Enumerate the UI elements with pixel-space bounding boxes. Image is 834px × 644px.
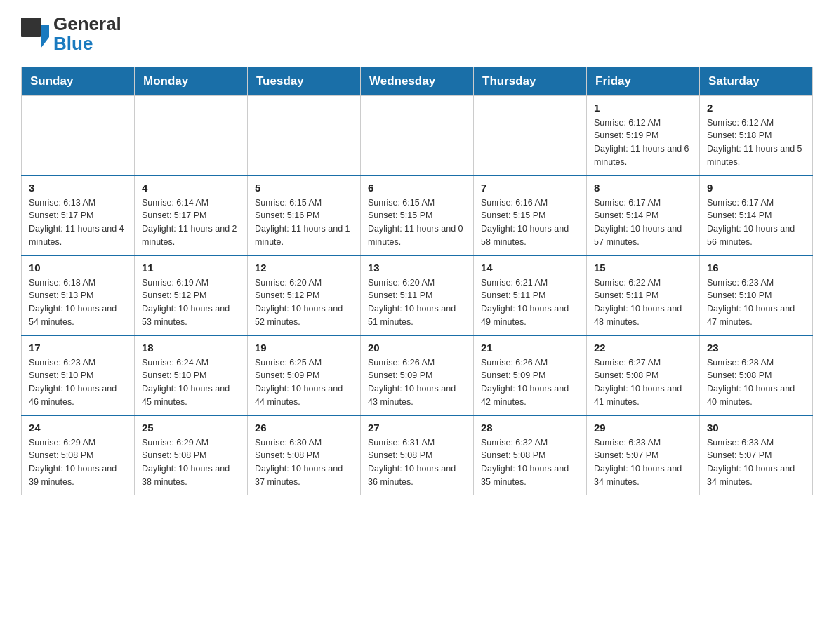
calendar-cell: 21Sunrise: 6:26 AMSunset: 5:09 PMDayligh…	[474, 335, 587, 415]
svg-rect-0	[21, 18, 41, 37]
day-number: 14	[481, 262, 579, 274]
logo-blue-text: Blue	[53, 34, 121, 53]
day-info: Sunrise: 6:28 AMSunset: 5:08 PMDaylight:…	[707, 356, 805, 409]
day-number: 22	[594, 342, 692, 354]
day-info: Sunrise: 6:17 AMSunset: 5:14 PMDaylight:…	[594, 196, 692, 249]
day-info: Sunrise: 6:17 AMSunset: 5:14 PMDaylight:…	[707, 196, 805, 249]
day-info: Sunrise: 6:12 AMSunset: 5:18 PMDaylight:…	[707, 116, 805, 169]
day-info: Sunrise: 6:23 AMSunset: 5:10 PMDaylight:…	[707, 276, 805, 329]
calendar-cell: 9Sunrise: 6:17 AMSunset: 5:14 PMDaylight…	[700, 175, 813, 255]
day-info: Sunrise: 6:32 AMSunset: 5:08 PMDaylight:…	[481, 436, 579, 489]
weekday-header-monday: Monday	[135, 67, 248, 95]
logo: General Blue	[21, 14, 121, 53]
day-number: 2	[707, 102, 805, 114]
calendar-cell: 24Sunrise: 6:29 AMSunset: 5:08 PMDayligh…	[22, 415, 135, 495]
calendar-cell	[22, 95, 135, 175]
weekday-header-friday: Friday	[587, 67, 700, 95]
day-number: 21	[481, 342, 579, 354]
day-number: 9	[707, 182, 805, 194]
day-number: 27	[368, 422, 466, 434]
day-number: 23	[707, 342, 805, 354]
day-info: Sunrise: 6:16 AMSunset: 5:15 PMDaylight:…	[481, 196, 579, 249]
day-info: Sunrise: 6:22 AMSunset: 5:11 PMDaylight:…	[594, 276, 692, 329]
calendar-week-4: 17Sunrise: 6:23 AMSunset: 5:10 PMDayligh…	[22, 335, 813, 415]
svg-marker-2	[41, 37, 49, 48]
day-number: 17	[29, 342, 127, 354]
calendar-cell: 6Sunrise: 6:15 AMSunset: 5:15 PMDaylight…	[361, 175, 474, 255]
calendar-cell: 20Sunrise: 6:26 AMSunset: 5:09 PMDayligh…	[361, 335, 474, 415]
calendar-header-row: SundayMondayTuesdayWednesdayThursdayFrid…	[22, 67, 813, 95]
calendar-cell: 18Sunrise: 6:24 AMSunset: 5:10 PMDayligh…	[135, 335, 248, 415]
calendar-cell: 8Sunrise: 6:17 AMSunset: 5:14 PMDaylight…	[587, 175, 700, 255]
weekday-header-wednesday: Wednesday	[361, 67, 474, 95]
day-number: 30	[707, 422, 805, 434]
calendar-cell: 26Sunrise: 6:30 AMSunset: 5:08 PMDayligh…	[248, 415, 361, 495]
day-info: Sunrise: 6:29 AMSunset: 5:08 PMDaylight:…	[29, 436, 127, 489]
day-info: Sunrise: 6:20 AMSunset: 5:11 PMDaylight:…	[368, 276, 466, 329]
day-info: Sunrise: 6:26 AMSunset: 5:09 PMDaylight:…	[481, 356, 579, 409]
day-info: Sunrise: 6:15 AMSunset: 5:15 PMDaylight:…	[368, 196, 466, 249]
day-number: 12	[255, 262, 353, 274]
day-number: 25	[142, 422, 240, 434]
weekday-header-thursday: Thursday	[474, 67, 587, 95]
day-info: Sunrise: 6:25 AMSunset: 5:09 PMDaylight:…	[255, 356, 353, 409]
day-info: Sunrise: 6:15 AMSunset: 5:16 PMDaylight:…	[255, 196, 353, 249]
day-info: Sunrise: 6:30 AMSunset: 5:08 PMDaylight:…	[255, 436, 353, 489]
day-number: 1	[594, 102, 692, 114]
calendar-cell	[474, 95, 587, 175]
day-number: 29	[594, 422, 692, 434]
day-number: 11	[142, 262, 240, 274]
day-number: 4	[142, 182, 240, 194]
calendar-week-1: 1Sunrise: 6:12 AMSunset: 5:19 PMDaylight…	[22, 95, 813, 175]
calendar-cell: 16Sunrise: 6:23 AMSunset: 5:10 PMDayligh…	[700, 255, 813, 335]
day-number: 6	[368, 182, 466, 194]
calendar-cell: 19Sunrise: 6:25 AMSunset: 5:09 PMDayligh…	[248, 335, 361, 415]
calendar-cell: 5Sunrise: 6:15 AMSunset: 5:16 PMDaylight…	[248, 175, 361, 255]
calendar-cell	[361, 95, 474, 175]
day-number: 24	[29, 422, 127, 434]
calendar-cell: 4Sunrise: 6:14 AMSunset: 5:17 PMDaylight…	[135, 175, 248, 255]
day-number: 16	[707, 262, 805, 274]
day-number: 15	[594, 262, 692, 274]
calendar-cell: 14Sunrise: 6:21 AMSunset: 5:11 PMDayligh…	[474, 255, 587, 335]
weekday-header-saturday: Saturday	[700, 67, 813, 95]
day-number: 19	[255, 342, 353, 354]
day-info: Sunrise: 6:31 AMSunset: 5:08 PMDaylight:…	[368, 436, 466, 489]
day-info: Sunrise: 6:12 AMSunset: 5:19 PMDaylight:…	[594, 116, 692, 169]
page-header: General Blue	[21, 14, 813, 53]
day-number: 10	[29, 262, 127, 274]
calendar-cell: 1Sunrise: 6:12 AMSunset: 5:19 PMDaylight…	[587, 95, 700, 175]
day-info: Sunrise: 6:33 AMSunset: 5:07 PMDaylight:…	[594, 436, 692, 489]
day-number: 3	[29, 182, 127, 194]
calendar-cell: 27Sunrise: 6:31 AMSunset: 5:08 PMDayligh…	[361, 415, 474, 495]
calendar-cell: 7Sunrise: 6:16 AMSunset: 5:15 PMDaylight…	[474, 175, 587, 255]
calendar-cell	[135, 95, 248, 175]
calendar-cell: 17Sunrise: 6:23 AMSunset: 5:10 PMDayligh…	[22, 335, 135, 415]
calendar-cell: 23Sunrise: 6:28 AMSunset: 5:08 PMDayligh…	[700, 335, 813, 415]
day-info: Sunrise: 6:13 AMSunset: 5:17 PMDaylight:…	[29, 196, 127, 249]
calendar-cell: 3Sunrise: 6:13 AMSunset: 5:17 PMDaylight…	[22, 175, 135, 255]
calendar-week-2: 3Sunrise: 6:13 AMSunset: 5:17 PMDaylight…	[22, 175, 813, 255]
day-info: Sunrise: 6:24 AMSunset: 5:10 PMDaylight:…	[142, 356, 240, 409]
day-info: Sunrise: 6:27 AMSunset: 5:08 PMDaylight:…	[594, 356, 692, 409]
logo-general-text: General	[53, 14, 121, 34]
calendar-cell: 10Sunrise: 6:18 AMSunset: 5:13 PMDayligh…	[22, 255, 135, 335]
day-info: Sunrise: 6:21 AMSunset: 5:11 PMDaylight:…	[481, 276, 579, 329]
day-number: 20	[368, 342, 466, 354]
calendar-cell: 25Sunrise: 6:29 AMSunset: 5:08 PMDayligh…	[135, 415, 248, 495]
day-info: Sunrise: 6:14 AMSunset: 5:17 PMDaylight:…	[142, 196, 240, 249]
day-number: 5	[255, 182, 353, 194]
day-info: Sunrise: 6:26 AMSunset: 5:09 PMDaylight:…	[368, 356, 466, 409]
calendar-cell: 2Sunrise: 6:12 AMSunset: 5:18 PMDaylight…	[700, 95, 813, 175]
day-info: Sunrise: 6:33 AMSunset: 5:07 PMDaylight:…	[707, 436, 805, 489]
day-number: 7	[481, 182, 579, 194]
calendar-cell: 22Sunrise: 6:27 AMSunset: 5:08 PMDayligh…	[587, 335, 700, 415]
calendar-cell	[248, 95, 361, 175]
day-info: Sunrise: 6:29 AMSunset: 5:08 PMDaylight:…	[142, 436, 240, 489]
day-info: Sunrise: 6:18 AMSunset: 5:13 PMDaylight:…	[29, 276, 127, 329]
weekday-header-sunday: Sunday	[22, 67, 135, 95]
day-info: Sunrise: 6:19 AMSunset: 5:12 PMDaylight:…	[142, 276, 240, 329]
calendar-cell: 11Sunrise: 6:19 AMSunset: 5:12 PMDayligh…	[135, 255, 248, 335]
day-number: 28	[481, 422, 579, 434]
calendar-cell: 13Sunrise: 6:20 AMSunset: 5:11 PMDayligh…	[361, 255, 474, 335]
